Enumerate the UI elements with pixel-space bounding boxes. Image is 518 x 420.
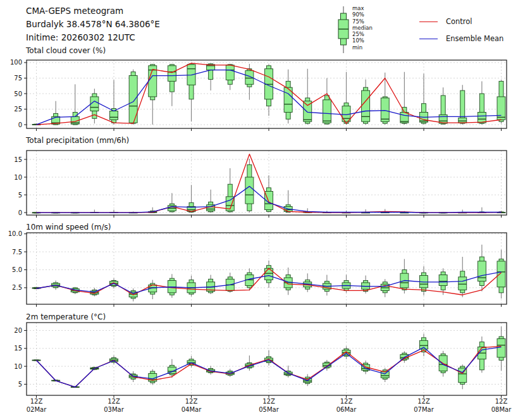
y-tick-label: 50: [14, 90, 22, 97]
panel-0: 0255075100: [10, 59, 507, 131]
legend-label-median: median: [352, 25, 373, 31]
box-plot: [110, 80, 118, 125]
x-tick-label-date: 07Mar: [414, 406, 434, 413]
box-plot: [459, 364, 467, 389]
box-plot: [149, 369, 157, 385]
box-plot: [187, 185, 195, 213]
init-time: Initime: 20260302 12UTC: [26, 31, 160, 44]
box-plot: [362, 79, 370, 125]
box-plot: [207, 63, 215, 90]
box-plot: [245, 355, 254, 371]
box-25-75: [265, 268, 273, 280]
legend-label-90: 90%: [352, 11, 373, 18]
box-25-75: [439, 275, 447, 285]
y-tick-label: 0: [18, 209, 22, 216]
y-tick-label: 7.5: [12, 249, 22, 256]
box-plot: [459, 85, 467, 125]
box-25-75: [381, 98, 389, 121]
box-plot: [226, 273, 234, 293]
y-tick-label: 5.0: [12, 266, 22, 273]
x-tick-label-date: 02Mar: [27, 406, 47, 413]
legend-entry-ensemble-mean: Ensemble Mean: [419, 34, 503, 43]
panel-title-temperature: 2m temperature (°C): [26, 312, 106, 321]
box-plot: [420, 334, 428, 357]
box-25-75: [110, 111, 118, 120]
box-25-75: [226, 65, 234, 80]
box-25-75: [497, 97, 505, 120]
box-plot: [168, 64, 176, 106]
box-plot: [52, 101, 60, 125]
box-plot: [168, 193, 176, 213]
box-plot: [226, 64, 234, 90]
x-tick-label-time: 12Z: [185, 398, 198, 405]
box-plot: [497, 326, 505, 371]
figure-title: CMA-GEPS meteogram: [26, 4, 160, 18]
panel-1: 051015: [14, 151, 507, 218]
y-tick-label: 5: [18, 381, 22, 388]
control-label: Control: [446, 17, 472, 26]
box-plot: [323, 78, 331, 125]
x-tick-label-time: 12Z: [108, 398, 120, 405]
boxplot-legend-sample: [335, 4, 352, 55]
y-tick-label: 10.0: [8, 230, 22, 237]
box-25-75: [323, 100, 331, 123]
x-axis-labels: 12Z02Mar12Z03Mar12Z04Mar12Z05Mar12Z06Mar…: [27, 398, 512, 413]
boxplot-legend-labels: max 90% 75% median 25% 10% min: [352, 5, 373, 51]
legend-label-max: max: [352, 5, 373, 11]
box-plot: [304, 374, 312, 386]
box-25-75: [478, 261, 486, 281]
box-plot: [497, 80, 505, 123]
meteogram-figure: 02550751000510152.55.07.510.0510152012Z0…: [0, 0, 518, 420]
station-coordinates: Burdalyk 38.4578°N 64.3806°E: [26, 18, 160, 31]
x-tick-label-date: 04Mar: [182, 406, 202, 413]
box-plot: [304, 69, 312, 125]
panel-title-cloud-cover: Total cloud cover (%): [26, 46, 106, 55]
box-25-75: [168, 66, 176, 82]
box-plot: [342, 72, 350, 125]
box-plot: [323, 275, 331, 295]
y-tick-label: 10: [14, 174, 22, 181]
legend-label-min: min: [352, 44, 373, 51]
box-25-75: [478, 112, 486, 123]
panel-2: 2.55.07.510.0: [8, 230, 507, 307]
panel-title-precipitation: Total precipitation (mm/6h): [26, 136, 129, 145]
ensemble-mean-line-swatch: [419, 39, 438, 39]
box-plot: [478, 337, 486, 373]
panel-title-wind-speed: 10m wind speed (m/s): [26, 223, 111, 232]
x-tick-label-time: 12Z: [495, 398, 508, 405]
box-plot: [207, 190, 215, 213]
x-tick-label-date: 05Mar: [259, 406, 279, 413]
box-plot: [168, 274, 176, 297]
y-tick-label: 15: [14, 156, 22, 163]
legend-label-10: 10%: [352, 37, 373, 44]
y-tick-label: 25: [14, 106, 22, 113]
legend-label-75: 75%: [352, 18, 373, 25]
box-plot: [149, 64, 157, 125]
y-tick-label: 0: [18, 121, 22, 128]
x-tick-label-time: 12Z: [262, 398, 275, 405]
box-plot: [420, 266, 428, 296]
figure-header: CMA-GEPS meteogram Burdalyk 38.4578°N 64…: [26, 4, 160, 44]
box-25-75: [245, 177, 254, 204]
x-tick-label-time: 12Z: [30, 398, 43, 405]
box-plot: [478, 81, 486, 125]
y-tick-label: 2.5: [12, 284, 22, 291]
x-tick-label-date: 06Mar: [336, 406, 357, 413]
box-plot: [265, 350, 273, 366]
control-line-swatch: [419, 22, 438, 22]
box-plot: [439, 87, 447, 125]
x-tick-label-time: 12Z: [340, 398, 353, 405]
box-plot: [304, 273, 312, 292]
box-plot: [381, 279, 389, 297]
x-tick-label-date: 03Mar: [104, 406, 124, 413]
ensemble-mean-label: Ensemble Mean: [446, 34, 503, 43]
box-plot: [381, 73, 389, 125]
y-tick-label: 10: [14, 363, 22, 370]
panel-3: 5101520: [14, 323, 507, 398]
box-plot: [71, 84, 79, 125]
y-tick-label: 20: [14, 327, 22, 334]
y-tick-label: 5: [18, 192, 22, 199]
box-plot: [265, 261, 273, 288]
box-plot: [187, 276, 195, 297]
box-plot: [497, 250, 505, 299]
